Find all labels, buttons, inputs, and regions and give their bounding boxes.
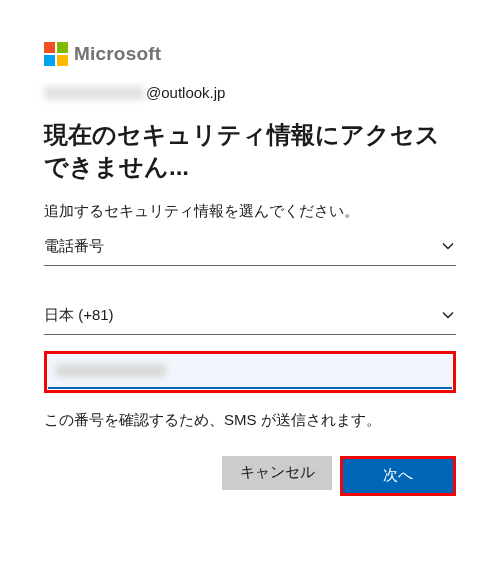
phone-number-hidden-value bbox=[56, 364, 166, 377]
country-code-value: 日本 (+81) bbox=[44, 306, 442, 325]
phone-number-input[interactable] bbox=[48, 355, 452, 389]
page-title: 現在のセキュリティ情報にアクセスできません... bbox=[44, 119, 456, 184]
subtitle: 追加するセキュリティ情報を選んでください。 bbox=[44, 202, 456, 221]
next-button-highlight: 次へ bbox=[340, 456, 456, 496]
chevron-down-icon bbox=[442, 240, 456, 254]
microsoft-logo-icon bbox=[44, 42, 68, 66]
helper-text: この番号を確認するため、SMS が送信されます。 bbox=[44, 411, 456, 430]
security-method-select[interactable]: 電話番号 bbox=[44, 229, 456, 266]
security-method-value: 電話番号 bbox=[44, 237, 442, 256]
brand-row: Microsoft bbox=[44, 42, 456, 66]
chevron-down-icon bbox=[442, 309, 456, 323]
account-domain: @outlook.jp bbox=[146, 84, 225, 101]
country-code-select[interactable]: 日本 (+81) bbox=[44, 298, 456, 335]
button-row: キャンセル 次へ bbox=[44, 456, 456, 496]
next-button[interactable]: 次へ bbox=[343, 459, 453, 493]
account-prefix-hidden bbox=[44, 86, 144, 100]
cancel-button[interactable]: キャンセル bbox=[222, 456, 332, 490]
account-email: @outlook.jp bbox=[44, 84, 456, 101]
phone-input-highlight bbox=[44, 351, 456, 393]
brand-label: Microsoft bbox=[74, 43, 161, 65]
